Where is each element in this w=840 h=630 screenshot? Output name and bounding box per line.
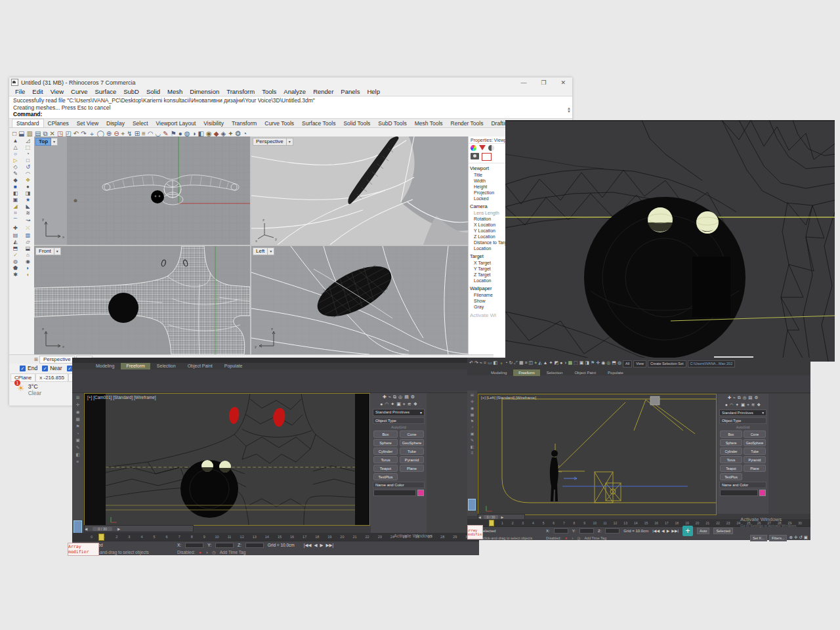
status-cell[interactable]: x -216.855	[35, 373, 68, 382]
add-keyframe-button[interactable]: +	[682, 526, 693, 536]
timeline-frame[interactable]: 1	[497, 521, 508, 525]
tool-icon[interactable]: ❖	[26, 177, 30, 183]
timeline-frame[interactable]: 13	[248, 535, 261, 539]
properties-item[interactable]: Lens Length	[469, 210, 507, 216]
set-key-button[interactable]: Set K...	[750, 535, 767, 541]
properties-item[interactable]: Title	[469, 172, 507, 178]
tool-icon[interactable]: ●	[26, 184, 30, 190]
menu-item[interactable]: Mesh	[167, 88, 182, 95]
timeline-frame[interactable]: 12	[610, 521, 621, 525]
toolbar-icon[interactable]: ⌁	[480, 360, 482, 367]
primitive-button[interactable]: Torus	[373, 456, 398, 463]
material-icon[interactable]	[479, 145, 486, 150]
osnap-toggle[interactable]: ✓ End	[20, 365, 37, 371]
playback-button[interactable]: ▶	[667, 528, 670, 533]
primitive-button[interactable]: Pyramid	[400, 456, 424, 463]
object-color-swatch[interactable]	[759, 490, 766, 496]
slider-right-arrow[interactable]: ▶	[501, 515, 503, 519]
primitive-button[interactable]: TextPlus	[720, 473, 742, 480]
viewport-label-top[interactable]: Top▾	[35, 138, 58, 146]
toolbar-icon[interactable]: ▦	[519, 360, 524, 367]
selection-set-dropdown[interactable]: Create Selection Set	[648, 360, 686, 368]
object-name-input[interactable]	[373, 490, 416, 496]
toolbar-icon[interactable]: ▩	[568, 360, 572, 367]
ribbon-tab[interactable]: Populate	[219, 363, 248, 369]
category-icon[interactable]: ●	[380, 402, 383, 407]
properties-item[interactable]: Z Location	[469, 234, 507, 240]
tool-icon[interactable]: □	[26, 158, 30, 163]
tool-icon[interactable]: ◉	[471, 406, 474, 410]
primitive-button[interactable]: Box	[373, 430, 398, 438]
rollout-name-color[interactable]: Name and Color	[373, 482, 425, 488]
tool-icon[interactable]: ✚	[13, 225, 18, 232]
timeline-frame[interactable]: 6	[549, 521, 559, 525]
toolbar-tab[interactable]: Solid Tools	[339, 119, 374, 127]
ribbon-tab[interactable]: Object Paint	[182, 363, 218, 369]
menu-item[interactable]: Help	[367, 88, 380, 95]
tool-icon[interactable]: ▤	[13, 232, 18, 238]
properties-item[interactable]: Height	[469, 184, 507, 190]
timeline-frame[interactable]: 11	[600, 521, 610, 525]
category-icon[interactable]: ≋	[751, 402, 755, 408]
rollout-name-color[interactable]: Name and Color	[719, 482, 766, 488]
toolbar-tab[interactable]: Mesh Tools	[411, 119, 447, 127]
category-icon[interactable]: ✦	[736, 402, 739, 408]
toolbar-tab[interactable]: Viewport Layout	[152, 119, 200, 127]
category-icon[interactable]: ⌖	[747, 402, 749, 408]
weather-widget[interactable]: ☀1 3°C Clear	[17, 383, 41, 396]
rollout-object-type[interactable]: Object Type	[719, 417, 766, 424]
toolbar-icon[interactable]: ↷	[474, 360, 478, 367]
menu-item[interactable]: File	[15, 88, 25, 95]
tool-icon[interactable]: ◨	[26, 190, 31, 196]
properties-item[interactable]: Y Target	[469, 266, 507, 272]
tool-icon[interactable]: ◧	[471, 444, 474, 449]
toolbar-icon[interactable]: ◩	[554, 360, 558, 367]
playback-button[interactable]: |◀◀	[304, 543, 312, 548]
tool-icon[interactable]: ◔	[77, 431, 79, 436]
tool-icon[interactable]: ◍	[13, 259, 18, 264]
category-icon[interactable]: ≋	[408, 402, 411, 407]
timeline-frame[interactable]: 6	[161, 535, 173, 539]
toolbar-icon[interactable]: ⬒	[612, 360, 616, 367]
timeline-frame[interactable]: 12	[236, 535, 248, 539]
coord-x-field[interactable]	[554, 528, 568, 534]
toolbar-icon[interactable]: ✦	[549, 360, 553, 367]
tool-icon[interactable]: ⚑	[76, 424, 80, 429]
primitive-button[interactable]: Plane	[744, 465, 766, 472]
primitive-button[interactable]: Cylinder	[373, 448, 398, 455]
command-scroll-spinner[interactable]: ▲▼	[567, 107, 571, 114]
tool-icon[interactable]: ■	[14, 184, 17, 190]
menu-item[interactable]: Panels	[341, 88, 360, 95]
timeline-frame[interactable]: 28	[436, 535, 449, 539]
coord-x-field[interactable]	[185, 543, 203, 548]
tool-icon[interactable]: ⚑	[471, 419, 474, 423]
tool-icon[interactable]: ≡	[471, 451, 474, 455]
autogrid-checkbox[interactable]: AutoGrid	[371, 425, 427, 429]
tool-icon[interactable]: ✛	[76, 402, 79, 408]
toolbar-tab[interactable]: Display	[102, 119, 129, 127]
selected-dropdown[interactable]: Selected	[713, 528, 732, 534]
toolbar-icon[interactable]: ≡	[525, 360, 528, 367]
panel-tab-icon[interactable]: ▤	[404, 394, 409, 400]
toolbar-icon[interactable]: ↻	[509, 360, 513, 367]
toolbar-tab[interactable]: Curve Tools	[261, 119, 298, 127]
properties-item[interactable]: Location	[469, 278, 507, 284]
timeline-frame[interactable]: 21	[702, 521, 713, 525]
primitive-button[interactable]: Sphere	[373, 439, 398, 446]
tool-icon[interactable]: ✓	[13, 252, 18, 258]
timeline-frame[interactable]: 11	[223, 535, 236, 539]
toolbar-icon[interactable]: ▣	[579, 360, 584, 367]
disabled-label[interactable]: Disabled:	[546, 536, 561, 540]
properties-item[interactable]: X Target	[469, 260, 507, 266]
timeline-frame[interactable]: 21	[348, 535, 361, 539]
color-wheel-icon[interactable]	[471, 145, 476, 151]
ribbon-tab[interactable]: Freeform	[121, 363, 150, 369]
toolbar-icon[interactable]: ◨	[585, 360, 589, 367]
coord-z-field[interactable]	[245, 543, 264, 548]
primitive-button[interactable]: Plane	[400, 465, 424, 472]
tool-icon[interactable]: ▲	[13, 138, 18, 144]
tool-icon[interactable]: ⬚	[26, 144, 31, 150]
toolbar-tab[interactable]: Render Tools	[447, 119, 488, 127]
timeline-frame[interactable]: 4	[528, 521, 539, 525]
tool-icon[interactable]: ⬓	[26, 245, 31, 251]
